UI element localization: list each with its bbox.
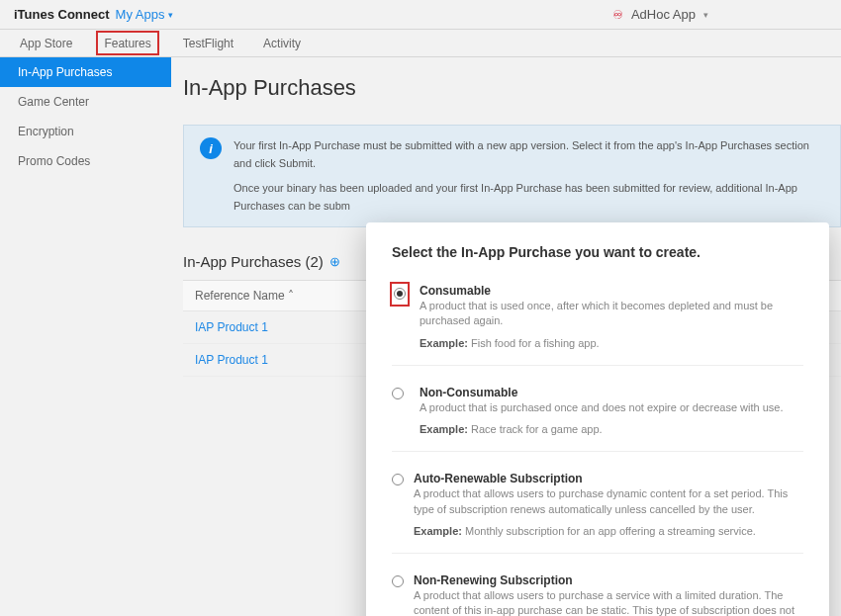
radio-nonrenew[interactable] — [392, 575, 404, 587]
link-icon: ♾ — [612, 8, 623, 22]
option-autorenew[interactable]: Auto-Renewable Subscription A product th… — [392, 466, 803, 554]
topbar: iTunes Connect My Apps ▾ ♾ AdHoc App ▾ — [0, 0, 841, 30]
info-text: Your first In-App Purchase must be submi… — [234, 137, 824, 215]
option-consumable[interactable]: Consumable A product that is used once, … — [392, 278, 803, 366]
app-title: iTunes Connect — [14, 7, 110, 22]
radio-nonconsumable[interactable] — [392, 388, 404, 399]
info-line2: Once your binary has been uploaded and y… — [234, 180, 824, 215]
option-title: Non-Consumable — [420, 386, 784, 399]
my-apps-label: My Apps — [116, 7, 165, 22]
tab-app-store[interactable]: App Store — [14, 30, 78, 56]
sidebar-item-encryption[interactable]: Encryption — [0, 117, 171, 146]
option-nonrenew[interactable]: Non-Renewing Subscription A product that… — [392, 568, 803, 616]
example-label: Example: — [420, 423, 468, 435]
option-title: Non-Renewing Subscription — [414, 573, 803, 587]
example-text: Race track for a game app. — [468, 423, 603, 435]
topbar-left: iTunes Connect My Apps ▾ — [14, 7, 173, 22]
add-iap-icon[interactable]: ⊕ — [329, 254, 340, 269]
tabs-row: App Store Features TestFlight Activity — [0, 30, 841, 57]
option-example: Example: Fish food for a fishing app. — [420, 337, 803, 349]
example-label: Example: — [414, 525, 462, 537]
radio-autorenew[interactable] — [392, 474, 404, 485]
modal-title: Select the In-App Purchase you want to c… — [392, 244, 803, 260]
example-text: Fish food for a fishing app. — [468, 337, 600, 349]
example-text: Monthly subscription for an app offering… — [462, 525, 756, 537]
option-title: Auto-Renewable Subscription — [414, 472, 803, 485]
option-desc: A product that is used once, after which… — [420, 299, 803, 329]
info-banner: i Your first In-App Purchase must be sub… — [183, 125, 841, 227]
adhoc-app-dropdown[interactable]: ♾ AdHoc App ▾ — [612, 7, 827, 22]
page-title: In-App Purchases — [183, 75, 841, 101]
chevron-down-icon: ▾ — [703, 10, 708, 20]
option-nonconsumable[interactable]: Non-Consumable A product that is purchas… — [392, 380, 803, 452]
sidebar-item-gamecenter[interactable]: Game Center — [0, 87, 171, 117]
tab-features[interactable]: Features — [96, 31, 158, 55]
example-label: Example: — [420, 337, 468, 349]
sidebar: In-App Purchases Game Center Encryption … — [0, 57, 171, 616]
subheading-label: In-App Purchases (2) — [183, 253, 324, 270]
sidebar-item-iap[interactable]: In-App Purchases — [0, 57, 171, 87]
tab-activity[interactable]: Activity — [257, 30, 307, 56]
option-desc: A product that allows users to purchase … — [414, 588, 803, 616]
info-icon: i — [200, 137, 222, 159]
info-line1: Your first In-App Purchase must be submi… — [234, 137, 824, 172]
chevron-down-icon: ▾ — [168, 10, 173, 20]
option-example: Example: Monthly subscription for an app… — [414, 525, 803, 537]
radio-consumable[interactable] — [394, 288, 406, 300]
tab-testflight[interactable]: TestFlight — [177, 30, 239, 56]
option-example: Example: Race track for a game app. — [420, 423, 784, 435]
option-title: Consumable — [420, 284, 803, 298]
create-iap-modal: Select the In-App Purchase you want to c… — [366, 222, 829, 616]
my-apps-dropdown[interactable]: My Apps ▾ — [116, 7, 174, 22]
option-desc: A product that is purchased once and doe… — [420, 400, 784, 415]
sidebar-item-promo[interactable]: Promo Codes — [0, 146, 171, 176]
option-desc: A product that allows users to purchase … — [414, 486, 803, 517]
adhoc-label: AdHoc App — [631, 7, 696, 22]
